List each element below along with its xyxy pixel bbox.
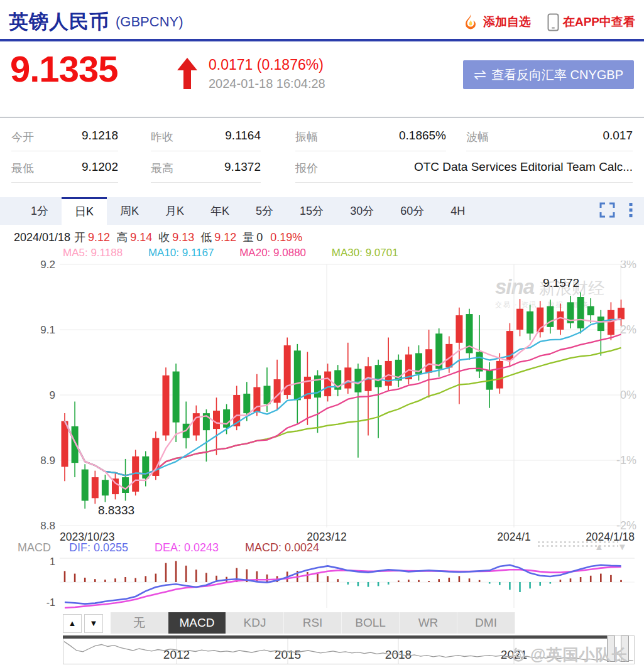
ma5-value: MA5: 9.1188 (63, 247, 123, 259)
stat-cell-今开: 今开9.1218 (11, 123, 118, 151)
add-watchlist-link[interactable]: 添加自选 (483, 14, 531, 30)
indicator-down-button[interactable]: ▼ (84, 614, 103, 633)
period-tab-4H[interactable]: 4H (437, 197, 478, 225)
svg-text:-1: -1 (46, 597, 55, 608)
quote-timestamp: 2024-01-18 16:04:28 (209, 77, 325, 91)
period-tab-60分[interactable]: 60分 (387, 197, 437, 225)
swap-icon: ⇌ (474, 66, 486, 84)
up-arrow-icon (177, 58, 197, 89)
svg-text:2%: 2% (620, 323, 636, 336)
macd-collapse-up[interactable]: ▲ (594, 541, 604, 552)
macd-panel-label: MACD (18, 541, 51, 554)
ohlc-label: 高 (116, 231, 128, 244)
page-header: 英镑人民币 (GBPCNY) 添加自选 在APP中查看 (0, 5, 644, 39)
macd-collapse-down[interactable]: ▼ (618, 541, 627, 552)
stat-value: 9.1218 (82, 129, 118, 143)
stat-label: 昨收 (151, 129, 173, 144)
stat-label: 波幅 (466, 129, 489, 144)
svg-text:9.2: 9.2 (40, 261, 55, 271)
author-watermark: @英国小队长 (510, 644, 628, 665)
svg-text:8.8: 8.8 (40, 520, 55, 532)
ohlc-pct: 0.19% (270, 231, 302, 244)
period-tab-5分[interactable]: 5分 (243, 197, 287, 225)
stat-cell-振幅: 振幅0.1865% (295, 123, 446, 151)
ohlc-info-bar: 2024/01/18开9.12高9.14收9.13低9.12量00.19% (14, 230, 302, 245)
author-name: @英国小队长 (530, 644, 628, 665)
current-price: 9.1335 (10, 48, 117, 90)
ohlc-value: 9.14 (130, 231, 152, 244)
period-tab-30分[interactable]: 30分 (337, 197, 387, 225)
phone-icon (547, 13, 559, 31)
stat-label: 今开 (11, 129, 34, 144)
stat-value: 9.1372 (224, 160, 261, 174)
ohlc-label: 低 (200, 231, 212, 244)
period-tab-日K[interactable]: 日K (62, 197, 107, 225)
ohlc-value: 9.12 (214, 231, 236, 244)
indicator-tabbar: 无MACDKDJRSIBOLLWRDMI (111, 612, 515, 634)
ohlc-label: 开 (74, 231, 85, 244)
ma30-value: MA30: 9.0701 (332, 247, 398, 259)
stat-value: 9.1202 (82, 160, 118, 174)
navigator-range-bar[interactable] (63, 635, 608, 639)
macd-chart[interactable]: 1-1 (0, 555, 644, 610)
indicator-tab-BOLL[interactable]: BOLL (342, 612, 400, 634)
fullscreen-icon[interactable] (599, 202, 615, 218)
svg-text:-2%: -2% (616, 519, 636, 532)
indicator-up-button[interactable]: ▲ (63, 614, 82, 633)
svg-text:9: 9 (50, 389, 55, 401)
ohlc-label: 量 (243, 231, 254, 244)
macd-zoom-dots (538, 541, 618, 547)
svg-text:1: 1 (50, 556, 55, 567)
page-title: 英镑人民币 (9, 9, 109, 35)
symbol-code: (GBPCNY) (116, 14, 183, 30)
ohlc-value: 9.12 (88, 231, 110, 244)
stat-label: 振幅 (295, 129, 318, 144)
reverse-rate-button[interactable]: ⇌ 查看反向汇率 CNYGBP (463, 60, 634, 89)
ohlc-label: 收 (158, 231, 170, 244)
stat-label: 最高 (151, 161, 173, 176)
indicator-tab-MACD[interactable]: MACD (168, 612, 226, 634)
ma10-value: MA10: 9.1167 (148, 247, 214, 259)
period-tabbar: 1分日K周K月K年K5分15分30分60分4H (0, 197, 644, 225)
period-tab-15分[interactable]: 15分 (287, 197, 337, 225)
svg-text:-1%: -1% (616, 454, 636, 467)
camera-icon (510, 647, 527, 663)
ma20-value: MA20: 9.0880 (239, 247, 306, 259)
ma-info-bar: MA5: 9.1188 MA10: 9.1167 MA20: 9.0880 MA… (63, 247, 421, 259)
more-options-icon[interactable] (629, 202, 633, 218)
stat-cell-最低: 最低9.1202 (11, 154, 118, 183)
stat-value: 9.1164 (225, 129, 261, 143)
period-tab-月K[interactable]: 月K (152, 197, 197, 225)
indicator-tab-RSI[interactable]: RSI (284, 612, 342, 634)
view-in-app-link[interactable]: 在APP中查看 (563, 14, 635, 30)
svg-text:9.1572: 9.1572 (543, 276, 579, 289)
stat-value: OTC Data Services Editorial Team Calc... (414, 160, 633, 174)
svg-text:8.8333: 8.8333 (98, 504, 134, 517)
chart-toolbar (599, 202, 633, 218)
stat-value: 0.017 (603, 129, 633, 143)
svg-text:2015: 2015 (275, 648, 301, 661)
stat-cell-波幅: 波幅0.017 (466, 123, 633, 151)
ohlc-date: 2024/01/18 (14, 231, 70, 244)
indicator-tab-DMI[interactable]: DMI (457, 612, 515, 634)
ma10-line (65, 320, 621, 476)
stat-cell-报价: 报价OTC Data Services Editorial Team Calc.… (295, 154, 633, 183)
stat-value: 0.1865% (399, 129, 446, 143)
svg-text:9.1: 9.1 (40, 324, 55, 336)
ma20-line (65, 335, 621, 476)
svg-text:0%: 0% (620, 389, 636, 401)
period-tab-1分[interactable]: 1分 (18, 197, 62, 225)
period-tab-年K[interactable]: 年K (197, 197, 243, 225)
macd-header: MACD DIF: 0.0255 DEA: 0.0243 MACD: 0.002… (18, 541, 633, 555)
stat-label: 报价 (295, 161, 318, 176)
period-tab-周K[interactable]: 周K (107, 197, 152, 225)
candlestick-chart[interactable]: 9.29.198.98.83%2%0%-1%-2%9.15728.8333202… (0, 261, 644, 544)
stat-cell-最高: 最高9.1372 (151, 154, 261, 183)
stat-cell-昨收: 昨收9.1164 (151, 123, 261, 151)
ohlc-value: 0 (256, 231, 263, 244)
indicator-tab-无[interactable]: 无 (111, 612, 168, 634)
indicator-tab-KDJ[interactable]: KDJ (226, 612, 284, 634)
indicator-tab-WR[interactable]: WR (400, 612, 457, 634)
macd-value: MACD: 0.0024 (245, 541, 319, 554)
blue-divider (0, 39, 644, 41)
